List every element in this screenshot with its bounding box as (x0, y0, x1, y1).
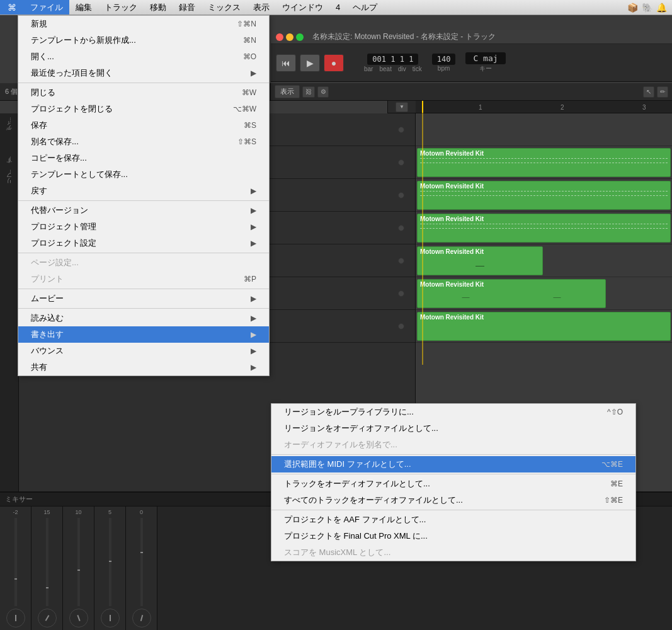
play-button[interactable]: ▶ (300, 54, 320, 72)
channel-name: 5 (108, 509, 111, 515)
export-track-audio[interactable]: トラックをオーディオファイルとして... ⌘E (271, 476, 635, 492)
export-track-audio-shortcut: ⌘E (610, 479, 623, 488)
cursor-icon[interactable]: ↖ (643, 86, 654, 98)
zoom-dot[interactable] (296, 33, 304, 41)
fader-handle[interactable] (140, 552, 143, 553)
menu-open[interactable]: 開く... ⌘O (18, 49, 269, 65)
region-block[interactable]: Motown Revisited Kit (417, 148, 671, 177)
export-project-aaf[interactable]: プロジェクトを AAF ファイルとして... (271, 512, 635, 528)
fader-handle[interactable] (77, 570, 80, 571)
menubar-window[interactable]: ウインドウ (276, 0, 329, 14)
export-selection-midi[interactable]: 選択範囲を MIDI ファイルとして... ⌥⌘E (271, 456, 635, 472)
export-to-loop-library[interactable]: リージョンをループライブラリに... ^⇧O (271, 404, 635, 420)
track-circle[interactable] (398, 159, 404, 166)
track-circle[interactable] (398, 258, 404, 264)
track-circle[interactable] (398, 290, 404, 297)
menubar-help[interactable]: ヘルプ (346, 0, 384, 14)
menubar-track[interactable]: トラック (98, 0, 144, 14)
pan-knob[interactable] (6, 609, 25, 627)
fader-handle[interactable] (46, 587, 48, 588)
menu-share[interactable]: 共有 ▶ (18, 359, 269, 375)
bpm-label: bpm (438, 65, 450, 72)
menu-recent[interactable]: 最近使った項目を開く ▶ (18, 65, 269, 81)
menu-alt-version[interactable]: 代替バージョン ▶ (18, 202, 269, 219)
fader-handle[interactable] (109, 561, 111, 562)
pan-knob[interactable] (69, 609, 88, 627)
scroll-down-button[interactable]: ▼ (396, 102, 408, 112)
export-midi-label: 選択範囲を MIDI ファイルとして... (284, 459, 411, 470)
menu-new-from-template[interactable]: テンプレートから新規作成... ⌘N (18, 32, 269, 49)
menubar-mix[interactable]: ミックス (202, 0, 247, 14)
export-fcpxml-label: プロジェクトを Final Cut Pro XML に... (284, 530, 428, 542)
window-title: 名称未設定: Motown Revisited - 名称未設定 - トラック (312, 32, 496, 42)
menubar-file[interactable]: ファイル (24, 0, 69, 14)
count-label: 6 個 (5, 87, 18, 96)
menu-bounce[interactable]: バウンス ▶ (18, 343, 269, 359)
menu-project-mgmt[interactable]: プロジェクト管理 ▶ (18, 219, 269, 235)
key-display[interactable]: C maj (465, 52, 505, 64)
export-region-audio[interactable]: リージョンをオーディオファイルとして... (271, 420, 635, 437)
export-musicxml-label: スコアを MusicXML として... (284, 547, 390, 558)
settings-icon[interactable]: ⚙ (317, 86, 329, 98)
menu-revert[interactable]: 戻す ▶ (18, 183, 269, 199)
fader-handle[interactable] (14, 578, 17, 580)
region-title: Motown Revisited Kit (420, 215, 668, 222)
menu-save-copy[interactable]: コピーを保存... (18, 150, 269, 166)
region-block[interactable]: Motown Revisited Kit (417, 181, 671, 210)
record-button[interactable]: ● (324, 54, 344, 72)
menu-close-project[interactable]: プロジェクトを閉じる ⌥⌘W (18, 101, 269, 117)
channel-name: 0 (140, 509, 143, 515)
rewind-button[interactable]: ⏮ (276, 54, 296, 72)
bpm-display[interactable]: 140 (432, 54, 456, 65)
menu-open-label: 開く... (31, 51, 54, 62)
menu-project-mgmt-arrow: ▶ (251, 222, 256, 231)
menu-page-setup: ページ設定... (18, 255, 269, 271)
channel-name: 15 (43, 509, 50, 515)
region-block[interactable]: Motown Revisited Kit — — (417, 279, 606, 308)
pan-knob[interactable] (132, 609, 151, 627)
pan-knob[interactable] (101, 609, 120, 627)
menubar-4[interactable]: 4 (329, 0, 346, 14)
sidebar-tool-2[interactable]: リフ... (5, 169, 13, 187)
menu-export[interactable]: 書き出す ▶ (18, 326, 269, 343)
pan-knob[interactable] (38, 609, 57, 627)
menu-project-settings[interactable]: プロジェクト設定 ▶ (18, 235, 269, 251)
export-loop-label: リージョンをループライブラリに... (284, 406, 414, 418)
menu-sep-5 (18, 308, 269, 309)
menu-save-template[interactable]: テンプレートとして保存... (18, 166, 269, 183)
track-region-row-5: Motown Revisited Kit — (416, 244, 672, 277)
menu-close[interactable]: 閉じる ⌘W (18, 84, 269, 101)
region-block[interactable]: Motown Revisited Kit — (417, 246, 543, 275)
sidebar-tool-1[interactable]: す... (5, 156, 13, 168)
view-button[interactable]: 表示 (275, 85, 300, 98)
minimize-dot[interactable] (286, 33, 293, 41)
menu-sep-2 (18, 200, 269, 201)
menu-bounce-arrow: ▶ (251, 346, 256, 355)
menu-import[interactable]: 読み込む ▶ (18, 310, 269, 326)
mixer-channel-strip: 5 (94, 507, 126, 630)
menubar-move[interactable]: 移動 (144, 0, 173, 14)
export-all-tracks-audio[interactable]: すべてのトラックをオーディオファイルとして... ⇧⌘E (271, 492, 635, 508)
menubar-record[interactable]: 録音 (173, 0, 202, 14)
link-icon[interactable]: ⛓ (302, 86, 315, 98)
track-circle[interactable] (398, 192, 404, 198)
track-region-row-4: Motown Revisited Kit (416, 212, 672, 244)
track-circle[interactable] (398, 127, 404, 133)
undo-label[interactable]: ディ... (5, 117, 13, 135)
region-block[interactable]: Motown Revisited Kit (417, 312, 671, 341)
track-circle[interactable] (398, 225, 404, 231)
close-dot[interactable] (276, 33, 283, 41)
menubar-edit[interactable]: 編集 (69, 0, 98, 14)
track-circle[interactable] (398, 323, 404, 329)
menu-save[interactable]: 保存 ⌘S (18, 117, 269, 134)
tool-icon[interactable]: ✏ (657, 86, 668, 98)
apple-menu[interactable]: ⌘ (0, 0, 24, 14)
menubar-view[interactable]: 表示 (247, 0, 276, 14)
menu-save-as[interactable]: 別名で保存... ⇧⌘S (18, 134, 269, 150)
menu-new[interactable]: 新規 ⇧⌘N (18, 16, 269, 32)
menu-project-settings-label: プロジェクト設定 (31, 238, 96, 249)
region-block[interactable]: Motown Revisited Kit (417, 214, 671, 243)
export-project-fcpxml[interactable]: プロジェクトを Final Cut Pro XML に... (271, 528, 635, 544)
beat-label: beat (379, 66, 391, 72)
menu-movie[interactable]: ムービー ▶ (18, 290, 269, 307)
